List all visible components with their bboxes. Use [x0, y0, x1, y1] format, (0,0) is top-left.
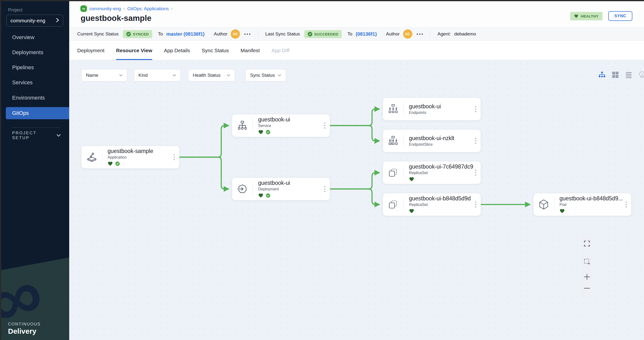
node-service-guestbook-ui[interactable]: guestbook-ui Service: [232, 114, 330, 137]
statusbar-divider: [258, 30, 258, 38]
sidebar-item-overview[interactable]: Overview: [0, 31, 69, 44]
endpointslice-icon: [383, 135, 403, 146]
more-options-icon[interactable]: [417, 34, 423, 35]
project-selector[interactable]: community-eng: [6, 14, 63, 26]
deployment-icon: [232, 183, 252, 194]
tab-label: Resource View: [116, 48, 152, 54]
main-area: ∞ community-eng › GitOps: Applications ›…: [69, 0, 644, 340]
sidebar-item-environments[interactable]: Environments: [0, 92, 69, 104]
sidebar-divider: [12, 127, 60, 128]
more-options-icon[interactable]: [244, 34, 250, 35]
tab-sync-status[interactable]: Sync Status: [202, 41, 229, 60]
synced-badge: SYNCED: [123, 30, 152, 38]
tab-manifest[interactable]: Manifest: [241, 41, 260, 60]
project-setup-toggle[interactable]: PROJECT SETUP: [12, 131, 61, 140]
window-frame-left: [0, 0, 1, 340]
header-actions: HEALTHY SYNC: [570, 11, 632, 21]
synced-check-icon: [266, 130, 270, 134]
to-label: To: [158, 31, 163, 37]
node-kebab-menu[interactable]: [475, 170, 476, 176]
node-kebab-menu[interactable]: [626, 202, 627, 208]
nav-label: Services: [12, 80, 32, 86]
tab-label: Manifest: [241, 48, 260, 54]
zoom-out-button[interactable]: [581, 284, 593, 293]
node-kebab-menu[interactable]: [174, 154, 175, 160]
node-kebab-menu[interactable]: [475, 202, 476, 208]
author-avatar[interactable]: SC: [403, 30, 412, 38]
service-icon: [232, 120, 252, 131]
node-application-guestbook-sample[interactable]: guestbook-sample Application: [81, 146, 180, 168]
node-status: [258, 193, 290, 198]
tab-label: Sync Status: [202, 48, 229, 54]
tab-label: App Diff: [272, 48, 290, 54]
breadcrumb-separator-icon: ›: [123, 6, 125, 11]
gitops-app-page: Project community-eng Overview Deploymen…: [0, 0, 644, 340]
node-kind: ReplicaSet: [409, 171, 473, 175]
healthy-heart-icon: [409, 177, 414, 182]
last-revision-link[interactable]: (08136f1): [356, 31, 377, 37]
node-kebab-menu[interactable]: [475, 106, 476, 112]
project-name: community-eng: [10, 18, 46, 24]
breadcrumb-section-link[interactable]: GitOps: Applications: [127, 6, 169, 12]
sidebar-item-gitops[interactable]: GitOps: [6, 107, 69, 119]
author-avatar[interactable]: SC: [231, 30, 240, 38]
breadcrumb-project-link[interactable]: community-eng: [89, 6, 121, 12]
sync-button[interactable]: SYNC: [608, 11, 632, 21]
fullscreen-button[interactable]: [581, 238, 593, 250]
node-kind: Application: [108, 155, 153, 160]
node-replicaset-guestbook-ui-b848d5d9d[interactable]: guestbook-ui-b848d5d9d ReplicaSet: [383, 193, 481, 216]
tab-deployment[interactable]: Deployment: [77, 41, 104, 60]
node-kebab-menu[interactable]: [324, 186, 326, 192]
node-name: guestbook-ui: [409, 103, 441, 110]
module-name-top: CONTINUOUS: [8, 322, 40, 327]
application-icon: [82, 152, 102, 163]
synced-check-icon: [115, 161, 120, 166]
plus-icon: [584, 274, 590, 280]
sidebar-item-deployments[interactable]: Deployments: [0, 46, 69, 58]
replicaset-icon: [383, 167, 403, 178]
node-status: [409, 208, 470, 214]
gitops-logo-icon: ∞: [80, 5, 87, 12]
healthy-heart-icon: [409, 208, 414, 214]
project-setup-label: PROJECT SETUP: [12, 131, 52, 140]
node-name: guestbook-ui-nzklt: [409, 135, 454, 141]
sync-status-bar: Current Sync Status SYNCED To master (08…: [69, 28, 644, 41]
node-deployment-guestbook-ui[interactable]: guestbook-ui Deployment: [232, 178, 330, 200]
tab-label: Deployment: [77, 48, 104, 54]
healthy-heart-icon: [258, 130, 264, 134]
tab-app-details[interactable]: App Details: [164, 41, 190, 60]
node-kebab-menu[interactable]: [475, 138, 476, 144]
fullscreen-icon: [584, 240, 590, 247]
nav-label: Overview: [12, 34, 34, 40]
nav-label: GitOps: [12, 110, 29, 116]
zoom-in-button[interactable]: [581, 272, 593, 282]
current-revision-link[interactable]: master (08136f1): [166, 31, 205, 37]
tab-resource-view[interactable]: Resource View: [116, 41, 152, 60]
tab-label: App Details: [164, 48, 190, 54]
zoom-controls: [581, 268, 593, 296]
node-kind: Deployment: [258, 187, 290, 191]
sidebar-item-pipelines[interactable]: Pipelines: [0, 62, 69, 74]
module-name: CONTINUOUS Delivery: [8, 322, 40, 336]
marquee-select-button[interactable]: [581, 256, 593, 268]
node-name: guestbook-sample: [108, 148, 153, 154]
node-endpoints-guestbook-ui[interactable]: guestbook-ui Endpoints: [383, 98, 481, 120]
page-title: guestbook-sample: [80, 14, 152, 23]
resource-graph-canvas[interactable]: Name Kind Health Status Sync Status: [69, 60, 644, 340]
node-name: guestbook-ui-b848d5d9d: [409, 195, 470, 202]
synced-badge-label: SYNCED: [133, 32, 149, 36]
check-circle-icon: [126, 32, 131, 36]
pod-icon: [534, 199, 554, 210]
node-endpointslice-guestbook-ui-nzklt[interactable]: guestbook-ui-nzklt EndpointSlice: [383, 130, 481, 152]
current-sync-status-label: Current Sync Status: [77, 31, 118, 37]
healthy-heart-icon: [258, 193, 264, 198]
node-kebab-menu[interactable]: [324, 123, 326, 129]
sidebar-footer: ∞ CONTINUOUS Delivery: [0, 258, 69, 340]
node-pod-guestbook-ui-b848d5d9[interactable]: guestbook-ui-b848d5d9... Pod: [533, 193, 631, 216]
node-replicaset-guestbook-ui-7c64987dc9[interactable]: guestbook-ui-7c64987dc9 ReplicaSet: [383, 161, 481, 184]
module-name-bottom: Delivery: [8, 327, 40, 336]
node-name: guestbook-ui-b848d5d9...: [560, 195, 623, 202]
node-name: guestbook-ui: [258, 116, 290, 123]
node-kind: Pod: [560, 202, 623, 207]
sidebar-item-services[interactable]: Services: [0, 76, 69, 89]
